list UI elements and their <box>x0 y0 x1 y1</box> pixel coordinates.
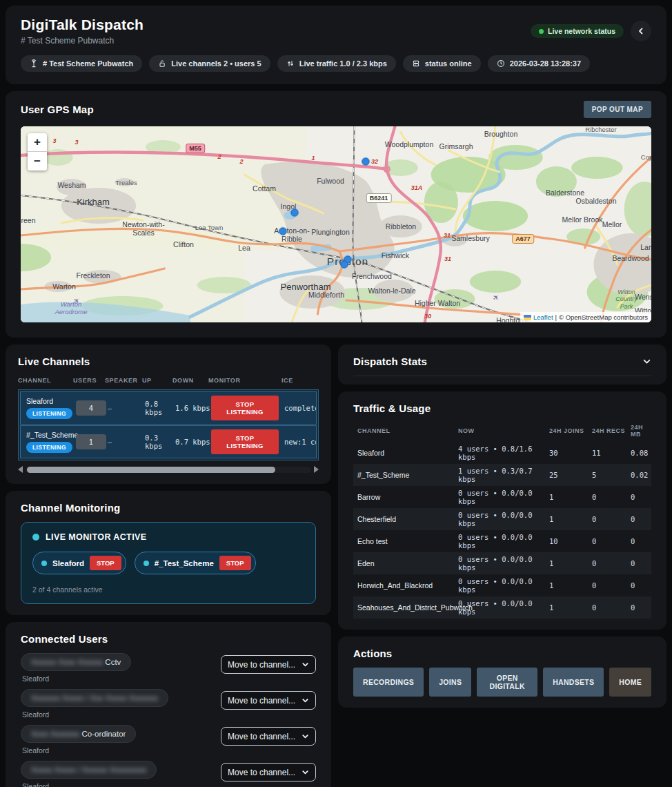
traffic-channel-name: #_Test_Scheme <box>353 471 458 479</box>
traffic-mb-value: 0 <box>631 537 651 545</box>
user-channel-label: Sleaford <box>22 782 157 787</box>
up-rate: 0.8 kbps <box>145 400 175 416</box>
traffic-recs-value: 0 <box>592 581 631 590</box>
traffic-recs-value: 11 <box>592 449 631 457</box>
user-location-marker[interactable] <box>279 228 287 235</box>
page-title: DigiTalk Dispatch <box>21 17 144 33</box>
traffic-row: Horwich_And_Blackrod 0 users • 0.0/0.0 k… <box>353 574 651 596</box>
dispatch-dashboard: DigiTalk Dispatch # Test Scheme Pubwatch… <box>0 0 672 787</box>
zoom-in-button[interactable]: + <box>28 133 47 152</box>
monitor-active-dot-icon <box>32 534 39 541</box>
status-pill-label: status online <box>425 59 472 68</box>
action-button[interactable]: OPEN DIGITALK <box>477 668 537 697</box>
network-status-badge: Live network status <box>531 24 624 38</box>
move-to-channel-select[interactable]: Move to channel... <box>221 691 316 710</box>
chevron-down-icon <box>642 357 651 366</box>
col-users: USERS <box>73 377 105 384</box>
channel-name: #_Test_Scheme <box>21 431 76 439</box>
traffic-row: Seahouses_And_District_Pubwatch 0 users … <box>353 596 651 619</box>
down-rate: 0.7 kbps <box>175 438 211 446</box>
user-name-pill: Xxxx Xxxxxxx Co-ordinator <box>21 725 136 743</box>
leaflet-link[interactable]: Leaflet <box>533 313 553 321</box>
monitored-channel-pill: #_Test_Scheme STOP <box>135 552 256 574</box>
ice-status: new:1 complet <box>284 438 316 446</box>
move-to-channel-select[interactable]: Move to channel... <box>221 727 316 746</box>
move-to-channel-select[interactable]: Move to channel... <box>221 655 316 674</box>
leaflet-map[interactable]: WoodplumptonBroughtonGrimsarghRibchester… <box>21 126 651 322</box>
action-button[interactable]: HOME <box>609 668 651 697</box>
traffic-mb-value: 0 <box>631 581 651 590</box>
stop-listening-button[interactable]: STOP LISTENING <box>211 396 279 420</box>
visible-user-suffix: Co-ordinator <box>79 730 126 738</box>
traffic-recs-value: 0 <box>592 537 631 545</box>
map-zoom-control: + − <box>28 133 47 171</box>
traffic-mb-value: 0 <box>631 493 651 501</box>
zoom-out-button[interactable]: − <box>28 152 47 171</box>
status-dot-icon <box>539 29 544 34</box>
traffic-now-value: 0 users • 0.0/0.0 kbps <box>458 489 549 505</box>
channels-pill-label: Live channels 2 • users 5 <box>171 59 261 68</box>
user-location-marker[interactable] <box>291 209 299 217</box>
traffic-row: Echo test 0 users • 0.0/0.0 kbps 10 0 0 <box>353 530 651 552</box>
action-button[interactable]: RECORDINGS <box>353 668 424 697</box>
attribution-separator: | <box>555 313 557 321</box>
traffic-usage-panel: Traffic & Usage CHANNEL NOW 24H JOINS 24… <box>338 391 666 630</box>
traffic-pill-label: Live traffic 1.0 / 2.3 kbps <box>299 59 387 68</box>
user-name-pill: Xxxxxxx Xxxxx / Xxx Xxxxx Xxxxxxx <box>21 689 168 707</box>
chevron-down-icon <box>302 697 309 704</box>
user-location-marker[interactable] <box>341 261 348 269</box>
expand-stats-button[interactable] <box>642 357 651 366</box>
user-location-marker[interactable] <box>362 158 370 166</box>
collapse-header-button[interactable] <box>631 21 651 41</box>
traffic-channel-name: Horwich_And_Blackrod <box>353 581 458 590</box>
traffic-now-value: 1 users • 0.3/0.7 kbps <box>458 467 549 483</box>
pop-out-map-button[interactable]: POP OUT MAP <box>584 101 651 118</box>
stop-listening-button[interactable]: STOP LISTENING <box>211 429 279 454</box>
ice-status: completed:5 n <box>284 404 316 412</box>
scrollbar-track[interactable] <box>26 467 311 473</box>
chevron-left-icon <box>637 27 645 35</box>
col-up: UP <box>142 377 172 384</box>
channel-live-dot-icon <box>41 561 47 566</box>
chevron-down-icon <box>302 661 309 668</box>
traffic-joins-value: 1 <box>549 559 592 567</box>
redacted-user-name: Xxxx Xxxxxxx <box>31 730 79 738</box>
monitor-summary: 2 of 4 channels active <box>32 585 304 594</box>
clock-pill-label: 2026-03-28 13:28:37 <box>510 59 581 68</box>
redacted-user-name: Xxxxx Xxxxx / Xxxxxx Xxxxxxxxx <box>31 766 146 774</box>
speaker-value: – <box>108 438 145 446</box>
status-pill: status online <box>403 55 481 72</box>
move-to-channel-select[interactable]: Move to channel... <box>221 763 316 781</box>
user-name-pill: Xxxxx Xxxxx / Xxxxxx Xxxxxxxxx <box>21 761 157 779</box>
scroll-left-icon[interactable] <box>18 466 23 473</box>
traffic-mb-value: 0 <box>631 515 651 523</box>
monitored-channel-name: Sleaford <box>52 559 84 567</box>
traffic-now-value: 4 users • 0.8/1.6 kbps <box>458 445 549 461</box>
traffic-recs-value: 0 <box>592 515 631 523</box>
up-rate: 0.3 kbps <box>145 434 175 450</box>
scrollbar-thumb[interactable] <box>27 467 275 473</box>
traffic-recs-value: 0 <box>592 603 631 612</box>
actions-buttons: RECORDINGSJOINSOPEN DIGITALKHANDSETSHOME <box>353 668 651 697</box>
traffic-row: #_Test_Scheme 1 users • 0.3/0.7 kbps 25 … <box>353 464 651 486</box>
horizontal-scrollbar[interactable] <box>18 465 319 474</box>
traffic-row: Chesterfield 0 users • 0.0/0.0 kbps 1 0 … <box>353 508 651 530</box>
stop-monitor-button[interactable]: STOP <box>90 556 121 570</box>
live-monitor-box: LIVE MONITOR ACTIVE Sleaford STOP #_Test… <box>21 522 316 604</box>
col-24h-joins: 24H JOINS <box>549 427 592 434</box>
action-button[interactable]: JOINS <box>429 668 471 697</box>
traffic-joins-value: 1 <box>549 581 592 590</box>
redacted-user-name: Xxxxxx Xxxx Xxxxxx <box>31 658 103 666</box>
stop-monitor-button[interactable]: STOP <box>219 556 251 570</box>
traffic-usage-title: Traffic & Usage <box>353 402 651 414</box>
traffic-channel-name: Eden <box>353 559 458 567</box>
map-tiles <box>21 126 651 322</box>
map-panel-title: User GPS Map <box>21 104 94 115</box>
traffic-joins-value: 30 <box>549 449 592 457</box>
move-to-channel-value: Move to channel... <box>228 732 295 741</box>
header: DigiTalk Dispatch # Test Scheme Pubwatch… <box>6 6 666 84</box>
traffic-now-value: 0 users • 0.0/0.0 kbps <box>458 555 549 572</box>
action-button[interactable]: HANDSETS <box>543 668 604 697</box>
scroll-right-icon[interactable] <box>314 466 319 473</box>
traffic-channel-name: Barrow <box>353 493 458 501</box>
